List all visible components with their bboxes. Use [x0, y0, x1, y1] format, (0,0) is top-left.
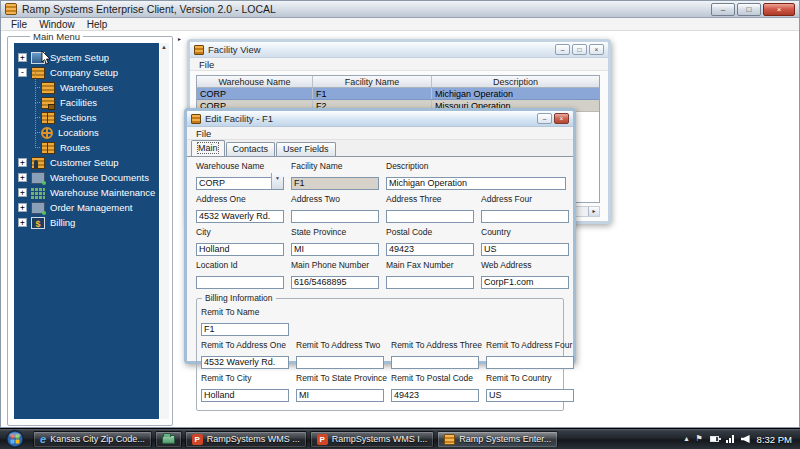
address-three-input[interactable]	[386, 210, 474, 223]
tab-main[interactable]: Main	[191, 140, 225, 156]
main-titlebar[interactable]: Ramp Systems Enterprise Client, Version …	[1, 1, 799, 18]
remit-to-country-input[interactable]	[486, 389, 574, 402]
expand-icon[interactable]: +	[18, 203, 27, 212]
field-city: City	[196, 227, 284, 256]
table-row[interactable]: CORP F1 Michigan Operation	[197, 88, 599, 100]
action-center-flag-icon[interactable]: ⚑	[695, 434, 702, 444]
field-label: Web Address	[481, 260, 569, 270]
menu-file[interactable]: File	[195, 59, 218, 70]
network-signal-icon[interactable]	[726, 435, 734, 443]
menu-file[interactable]: File	[192, 128, 215, 139]
address-two-input[interactable]	[291, 210, 379, 223]
tree-item-label: Order Management	[50, 202, 132, 213]
main-menu-panel: Main Menu + System Setup - Company Setup	[7, 36, 173, 426]
tab-user-fields[interactable]: User Fields	[276, 142, 336, 156]
clock[interactable]: 8:32 PM	[757, 434, 792, 445]
web-address-input[interactable]	[481, 276, 569, 289]
maximize-button[interactable]: □	[737, 3, 761, 16]
tree-item-billing[interactable]: + $ Billing	[14, 215, 159, 230]
tree-item-label: Warehouse Documents	[50, 172, 149, 183]
main-phone-number-input[interactable]	[291, 276, 379, 289]
scroll-right-icon[interactable]: ►	[588, 207, 599, 216]
maximize-button[interactable]: □	[572, 44, 587, 55]
taskbar-button-ramp-systems[interactable]: Ramp Systems Enter...	[437, 431, 558, 448]
remit-to-postal-code-input[interactable]	[391, 389, 479, 402]
facility-view-menubar: File	[190, 58, 608, 71]
facility-view-titlebar[interactable]: Facility View – □ ×	[190, 42, 608, 58]
menu-file[interactable]: File	[5, 19, 33, 30]
remit-to-address-four-input[interactable]	[486, 356, 574, 369]
chevron-down-icon[interactable]: ▼	[271, 173, 283, 189]
tree-item-customer-setup[interactable]: + Customer Setup	[14, 155, 159, 170]
taskbar-button-powerpoint-2[interactable]: P RampSystems WMS I...	[310, 431, 435, 448]
collapse-icon[interactable]: -	[18, 68, 27, 77]
scroll-up-icon[interactable]: ▲	[161, 44, 167, 50]
minimize-button[interactable]: –	[555, 44, 570, 55]
warehouse-name-combo[interactable]: ▼	[196, 172, 284, 190]
remit-to-name-input[interactable]	[201, 323, 289, 336]
remit-to-address-one-input[interactable]	[201, 356, 289, 369]
field-remit-to-address-one: Remit To Address One	[201, 340, 289, 369]
splitter-collapse-icon[interactable]: ►	[177, 36, 182, 42]
taskbar-button-powerpoint-1[interactable]: P RampSystems WMS ...	[185, 431, 307, 448]
minimize-button[interactable]: –	[711, 3, 735, 16]
speaker-icon[interactable]	[741, 435, 750, 443]
column-header-warehouse-name[interactable]: Warehouse Name	[197, 76, 313, 87]
expand-icon[interactable]: +	[18, 173, 27, 182]
field-label: Main Phone Number	[291, 260, 379, 270]
taskbar-button-explorer[interactable]	[155, 431, 182, 448]
locations-icon	[41, 127, 53, 139]
column-header-description[interactable]: Description	[432, 76, 599, 87]
country-input[interactable]	[481, 243, 569, 256]
tab-contacts[interactable]: Contacts	[226, 142, 276, 156]
close-button[interactable]: ×	[554, 113, 569, 124]
battery-icon[interactable]	[710, 436, 719, 442]
location-id-input[interactable]	[196, 276, 284, 289]
tree-scrollbar[interactable]: ▲	[160, 43, 169, 419]
address-four-input[interactable]	[481, 210, 569, 223]
taskbar-button-ie[interactable]: e Kansas City Zip Code...	[33, 431, 152, 448]
field-label: Address Four	[481, 194, 569, 204]
address-one-input[interactable]	[196, 210, 284, 223]
field-main-fax-number: Main Fax Number	[386, 260, 474, 289]
expand-icon[interactable]: +	[18, 158, 27, 167]
facility-view-icon	[194, 45, 204, 55]
tree-item-routes[interactable]: Routes	[14, 140, 159, 155]
tree-item-warehouse-maintenance[interactable]: + Warehouse Maintenance	[14, 185, 159, 200]
field-label: Main Fax Number	[386, 260, 474, 270]
remit-to-address-three-input[interactable]	[391, 356, 479, 369]
expand-icon[interactable]: +	[18, 188, 27, 197]
field-label: Remit To Address Three	[391, 340, 479, 350]
tree-item-order-management[interactable]: + Order Management	[14, 200, 159, 215]
expand-icon[interactable]: +	[18, 53, 27, 62]
postal-code-input[interactable]	[386, 243, 474, 256]
main-fax-number-input[interactable]	[386, 276, 474, 289]
close-button[interactable]: ×	[589, 44, 604, 55]
start-button[interactable]	[0, 429, 30, 449]
remit-to-address-two-input[interactable]	[296, 356, 384, 369]
edit-facility-titlebar[interactable]: Edit Facility - F1 – ×	[187, 111, 573, 127]
tree-item-label: Facilities	[60, 97, 97, 108]
tree-item-warehouse-documents[interactable]: + Warehouse Documents	[14, 170, 159, 185]
edit-facility-form: Warehouse Name ▼ Facility Name Descripti…	[187, 156, 573, 361]
show-hidden-icons-icon[interactable]: ▴	[684, 434, 688, 444]
mouse-cursor-icon	[41, 51, 51, 65]
tree-item-system-setup[interactable]: + System Setup	[14, 50, 159, 65]
state-province-input[interactable]	[291, 243, 379, 256]
edit-facility-title: Edit Facility - F1	[205, 113, 273, 124]
expand-icon[interactable]: +	[18, 218, 27, 227]
menu-help[interactable]: Help	[81, 19, 114, 30]
field-label: Country	[481, 227, 569, 237]
remit-to-state-province-input[interactable]	[296, 389, 384, 402]
city-input[interactable]	[196, 243, 284, 256]
close-button[interactable]: ×	[763, 3, 795, 16]
menu-window[interactable]: Window	[33, 19, 81, 30]
navigation-tree: + System Setup - Company Setup Warehouse…	[14, 43, 159, 419]
remit-to-city-input[interactable]	[201, 389, 289, 402]
facility-view-caption-buttons: – □ ×	[555, 44, 604, 55]
field-label: Warehouse Name	[196, 161, 284, 171]
facility-view-title: Facility View	[208, 44, 261, 55]
column-header-facility-name[interactable]: Facility Name	[313, 76, 432, 87]
minimize-button[interactable]: –	[537, 113, 552, 124]
description-input[interactable]	[386, 177, 566, 190]
